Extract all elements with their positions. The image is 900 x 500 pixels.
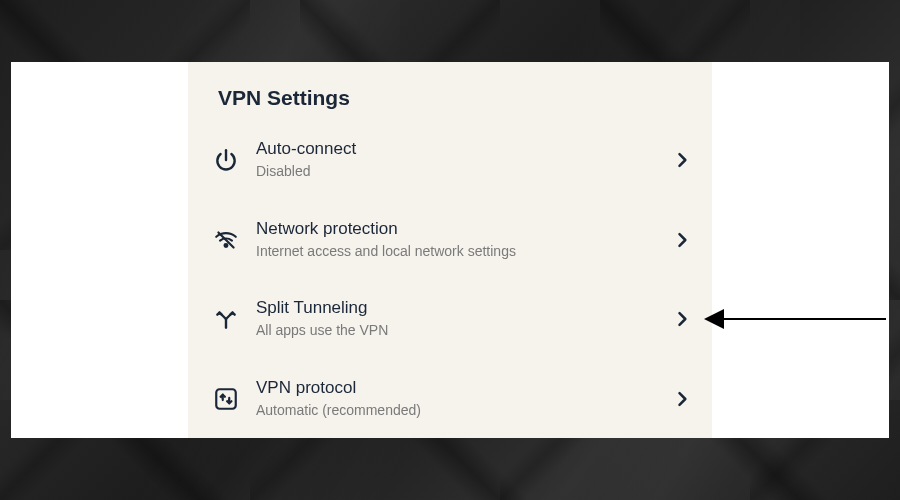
row-subtitle: Internet access and local network settin…: [256, 242, 672, 262]
wifi-off-icon: [204, 227, 248, 253]
right-padding: [712, 62, 889, 438]
power-icon: [204, 147, 248, 173]
protocol-icon: [204, 386, 248, 412]
setting-row-auto-connect[interactable]: Auto-connect Disabled: [188, 120, 712, 200]
chevron-right-icon: [672, 230, 692, 250]
row-title: VPN protocol: [256, 377, 672, 399]
row-text: Split Tunneling All apps use the VPN: [248, 297, 672, 341]
setting-row-network-protection[interactable]: Network protection Internet access and l…: [188, 200, 712, 280]
arrow-left-icon: [704, 309, 724, 329]
row-title: Network protection: [256, 218, 672, 240]
chevron-right-icon: [672, 150, 692, 170]
vpn-settings-panel: VPN Settings Auto-connect Disabled: [188, 62, 712, 438]
arrow-line: [724, 318, 886, 320]
row-title: Split Tunneling: [256, 297, 672, 319]
row-subtitle: Automatic (recommended): [256, 401, 672, 421]
pointer-arrow: [704, 309, 886, 329]
chevron-right-icon: [672, 389, 692, 409]
row-text: Network protection Internet access and l…: [248, 218, 672, 262]
left-padding: [11, 62, 188, 438]
row-title: Auto-connect: [256, 138, 672, 160]
svg-point-0: [225, 244, 228, 247]
row-text: VPN protocol Automatic (recommended): [248, 377, 672, 421]
setting-row-vpn-protocol[interactable]: VPN protocol Automatic (recommended): [188, 359, 712, 439]
row-text: Auto-connect Disabled: [248, 138, 672, 182]
chevron-right-icon: [672, 309, 692, 329]
settings-card: VPN Settings Auto-connect Disabled: [11, 62, 889, 438]
row-subtitle: Disabled: [256, 162, 672, 182]
split-icon: [204, 306, 248, 332]
setting-row-split-tunneling[interactable]: Split Tunneling All apps use the VPN: [188, 279, 712, 359]
svg-rect-2: [216, 389, 236, 409]
row-subtitle: All apps use the VPN: [256, 321, 672, 341]
page-title: VPN Settings: [188, 86, 712, 120]
